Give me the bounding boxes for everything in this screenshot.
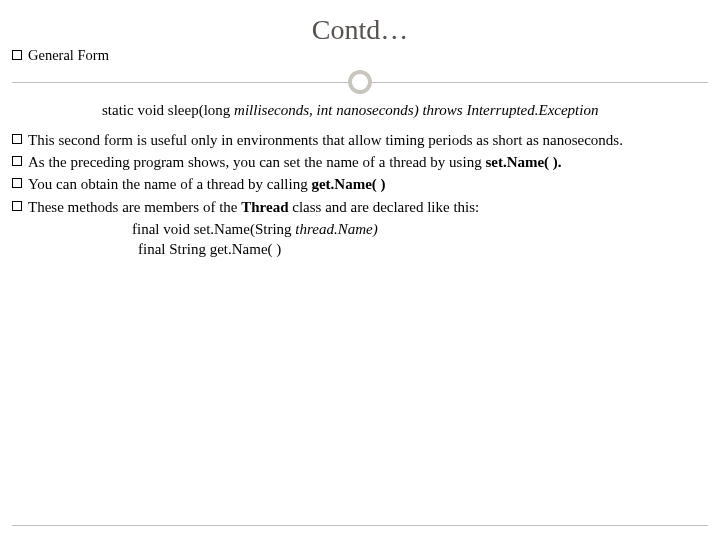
bullet-text: These methods are members of the Thread … bbox=[28, 197, 720, 217]
bullet-item: This second form is useful only in envir… bbox=[12, 130, 720, 150]
footer-divider bbox=[12, 525, 708, 526]
slide-content: General Form bbox=[0, 46, 720, 66]
text-bold: get.Name( ) bbox=[311, 176, 385, 192]
text-run: These methods are members of the bbox=[28, 199, 241, 215]
bullet-box-icon bbox=[12, 156, 22, 166]
slide-content-lower: static void sleep(long milliseconds, int… bbox=[0, 100, 720, 260]
text-run: You can obtain the name of a thread by c… bbox=[28, 176, 311, 192]
text-run: class and are declared like this: bbox=[292, 199, 479, 215]
slide-title: Contd… bbox=[0, 0, 720, 46]
slide: Contd… General Form static void sleep(lo… bbox=[0, 0, 720, 540]
bullet-item: General Form bbox=[12, 46, 720, 66]
text-bold: set.Name( ). bbox=[485, 154, 561, 170]
bullet-text: General Form bbox=[28, 46, 720, 66]
bullet-box-icon bbox=[12, 178, 22, 188]
bullet-item: You can obtain the name of a thread by c… bbox=[12, 174, 720, 194]
bullet-text: You can obtain the name of a thread by c… bbox=[28, 174, 720, 194]
bullet-box-icon bbox=[12, 50, 22, 60]
divider bbox=[0, 68, 720, 96]
bullet-text: As the preceding program shows, you can … bbox=[28, 152, 720, 172]
signature-line: final String get.Name( ) bbox=[132, 239, 720, 259]
signature-italic: milliseconds, int nanoseconds) throws In… bbox=[234, 102, 598, 118]
signature-line: final void set.Name(String thread.Name) bbox=[132, 219, 720, 239]
text-italic: thread.Name) bbox=[295, 221, 377, 237]
final-signatures: final void set.Name(String thread.Name) … bbox=[12, 219, 720, 260]
bullet-box-icon bbox=[12, 134, 22, 144]
bullet-item: As the preceding program shows, you can … bbox=[12, 152, 720, 172]
text-bold: Thread bbox=[241, 199, 292, 215]
text-run: As the preceding program shows, you can … bbox=[28, 154, 485, 170]
bullet-item: These methods are members of the Thread … bbox=[12, 197, 720, 217]
method-signature: static void sleep(long milliseconds, int… bbox=[12, 100, 720, 120]
bullet-text: This second form is useful only in envir… bbox=[28, 130, 720, 150]
bullet-box-icon bbox=[12, 201, 22, 211]
divider-circle-icon bbox=[348, 70, 372, 94]
text-run: final void set.Name(String bbox=[132, 221, 295, 237]
signature-plain: static void sleep(long bbox=[102, 102, 234, 118]
